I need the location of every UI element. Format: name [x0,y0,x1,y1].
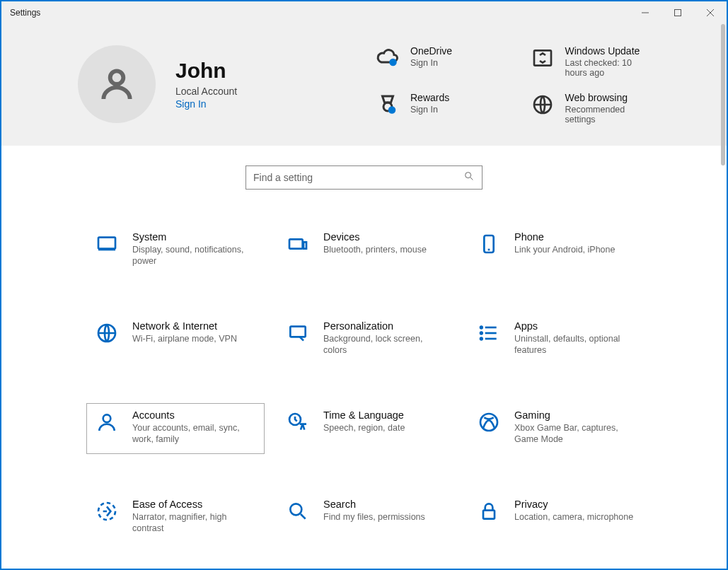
svg-point-8 [388,106,396,114]
brush-icon [285,320,311,346]
content: System Display, sound, notifications, po… [1,146,727,570]
svg-line-34 [301,514,306,519]
user-info: John Local Account Sign In [175,59,237,110]
person-icon [94,409,120,435]
user-block: John Local Account Sign In [78,45,347,123]
svg-rect-35 [483,511,495,519]
minimize-button[interactable] [629,1,661,24]
maximize-button[interactable] [661,1,694,24]
search-icon [285,499,311,524]
list-icon [476,320,502,346]
account-type: Local Account [175,86,237,97]
cat-title: Ease of Access [132,499,253,510]
cat-sub: Speech, region, date [323,422,405,434]
cat-apps[interactable]: Apps Uninstall, defaults, optional featu… [468,314,647,365]
cat-title: System [132,231,253,243]
tile-web-browsing[interactable]: Web browsing Recommended settings [530,92,657,124]
tile-sub: Recommended settings [565,105,657,124]
phone-icon [476,231,502,257]
cat-system[interactable]: System Display, sound, notifications, po… [86,225,265,276]
cat-search[interactable]: Search Find my files, permissions [277,492,456,543]
svg-point-27 [480,332,483,335]
tile-title: Windows Update [565,45,657,57]
svg-point-4 [110,71,124,84]
cat-sub: Wi-Fi, airplane mode, VPN [132,333,237,344]
search-icon [463,170,475,185]
lock-icon [476,499,502,524]
tile-rewards[interactable]: Rewards Sign In [375,92,502,124]
window-controls [629,1,727,24]
header-tiles: OneDrive Sign In Windows Update Last che… [375,45,656,124]
cat-title: Search [323,499,425,510]
keyboard-icon [285,231,311,257]
cat-accounts[interactable]: Accounts Your accounts, email, sync, wor… [86,403,265,454]
person-icon [97,64,137,104]
titlebar: Settings [1,1,727,24]
search-wrap [1,146,727,197]
svg-point-29 [103,414,111,422]
svg-rect-22 [290,327,305,337]
svg-point-5 [389,59,397,66]
svg-point-31 [480,414,497,431]
svg-point-28 [480,338,483,340]
tile-sub: Sign In [410,105,449,115]
time-language-icon [285,409,311,435]
svg-rect-1 [675,10,681,16]
svg-rect-14 [289,239,303,248]
cat-devices[interactable]: Devices Bluetooth, printers, mouse [277,225,456,276]
tile-title: Web browsing [565,92,657,103]
cat-title: Network & Internet [132,320,237,332]
globe-icon [530,92,555,117]
user-header: John Local Account Sign In OneDrive Sign… [1,24,727,146]
categories-grid: System Display, sound, notifications, po… [1,197,727,570]
cat-title: Phone [514,231,615,243]
cat-network[interactable]: Network & Internet Wi-Fi, airplane mode,… [86,314,265,365]
window-title: Settings [10,8,40,18]
cat-title: Personalization [323,320,444,332]
cat-sub: Xbox Game Bar, captures, Game Mode [514,422,635,446]
cat-sub: Location, camera, microphone [514,511,633,523]
cat-title: Apps [514,320,635,332]
maximize-icon [674,9,681,16]
globe-icon [94,320,120,346]
cat-sub: Uninstall, defaults, optional features [514,333,635,356]
cat-gaming[interactable]: Gaming Xbox Game Bar, captures, Game Mod… [468,403,647,454]
cat-sub: Background, lock screen, colors [323,333,444,356]
cat-title: Devices [323,231,427,243]
cat-privacy[interactable]: Privacy Location, camera, microphone [468,492,647,543]
monitor-icon [94,231,120,257]
search-box[interactable] [245,165,483,190]
close-button[interactable] [694,1,727,24]
search-input[interactable] [253,172,463,183]
tile-onedrive[interactable]: OneDrive Sign In [375,45,502,78]
svg-line-11 [470,178,473,180]
cat-title: Accounts [132,409,253,421]
cloud-icon [375,45,400,71]
tile-windows-update[interactable]: Windows Update Last checked: 10 hours ag… [530,45,657,78]
cat-sub: Find my files, permissions [323,511,425,523]
accessibility-icon [94,499,120,524]
cat-ease[interactable]: Ease of Access Narrator, magnifier, high… [86,492,265,543]
tile-title: OneDrive [410,45,452,57]
svg-point-26 [480,327,483,329]
cat-title: Privacy [514,499,633,510]
minimize-icon [642,9,649,16]
svg-rect-15 [304,242,306,248]
avatar [78,45,156,123]
tile-sub: Sign In [410,58,452,68]
svg-point-10 [466,173,471,178]
xbox-icon [476,409,502,435]
signin-link[interactable]: Sign In [175,98,207,110]
user-name: John [175,59,237,83]
vertical-scrollbar[interactable] [721,24,725,567]
sync-icon [530,45,555,71]
svg-rect-12 [98,238,115,249]
cat-personalization[interactable]: Personalization Background, lock screen,… [277,314,456,365]
close-icon [707,9,714,16]
cat-phone[interactable]: Phone Link your Android, iPhone [468,225,647,276]
cat-sub: Link your Android, iPhone [514,244,615,255]
cat-sub: Display, sound, notifications, power [132,244,253,267]
cat-time[interactable]: Time & Language Speech, region, date [277,403,456,454]
tile-title: Rewards [410,92,449,103]
scrollbar-thumb[interactable] [721,24,725,165]
